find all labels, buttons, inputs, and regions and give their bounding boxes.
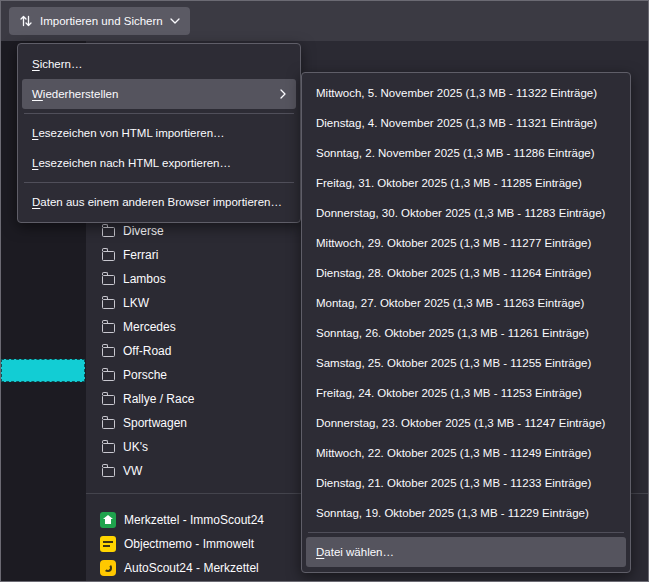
menu-separator	[24, 113, 294, 114]
folder-icon	[102, 251, 115, 261]
restore-backup-item[interactable]: Donnerstag, 30. Oktober 2025 (1,3 MB - 1…	[306, 198, 626, 228]
backup-entry-label: Mittwoch, 22. Oktober 2025 (1,3 MB - 112…	[316, 447, 591, 459]
menu-item-label: Sichern…	[32, 58, 83, 70]
menu-item-choose-file[interactable]: Datei wählen…	[306, 537, 626, 567]
import-backup-button-label: Importieren und Sichern	[40, 15, 163, 27]
import-backup-button[interactable]: Importieren und Sichern	[9, 7, 190, 35]
bookmark-label: Objectmemo - Immowelt	[124, 537, 254, 551]
restore-backup-item[interactable]: Dienstag, 21. Oktober 2025 (1,3 MB - 112…	[306, 468, 626, 498]
menu-separator	[24, 182, 294, 183]
bookmark-label: Merkzettel - ImmoScout24	[124, 513, 264, 527]
backup-entry-label: Samstag, 25. Oktober 2025 (1,3 MB - 1125…	[316, 357, 591, 369]
menu-separator	[308, 532, 624, 533]
menu-item-import-html[interactable]: Lesezeichen von HTML importieren…	[22, 118, 296, 148]
label-text: ichern…	[40, 58, 83, 70]
folder-label: Rallye / Race	[123, 392, 194, 406]
label-text: iederherstellen	[43, 88, 118, 100]
backup-entry-label: Sonntag, 19. Oktober 2025 (1,3 MB - 1122…	[316, 507, 589, 519]
menu-item-backup[interactable]: Sichern…	[22, 49, 296, 79]
menu-item-label: Lesezeichen nach HTML exportieren…	[32, 157, 231, 169]
restore-submenu: Mittwoch, 5. November 2025 (1,3 MB - 113…	[301, 72, 631, 573]
restore-backup-item[interactable]: Mittwoch, 5. November 2025 (1,3 MB - 113…	[306, 78, 626, 108]
backup-entry-label: Donnerstag, 30. Oktober 2025 (1,3 MB - 1…	[316, 207, 605, 219]
folder-icon	[102, 443, 115, 453]
toolbar: Importieren und Sichern	[1, 1, 648, 42]
menu-item-label: Wiederherstellen	[32, 88, 118, 100]
library-window: Importieren und Sichern Diverse Ferrari …	[0, 0, 649, 582]
folder-label: VW	[123, 464, 142, 478]
folder-label: Ferrari	[123, 248, 158, 262]
restore-backup-item[interactable]: Mittwoch, 22. Oktober 2025 (1,3 MB - 112…	[306, 438, 626, 468]
immoscout24-favicon-icon	[100, 512, 116, 528]
folder-icon	[102, 227, 115, 237]
backup-entry-label: Mittwoch, 5. November 2025 (1,3 MB - 113…	[316, 87, 597, 99]
sidebar-selected-item-highlight[interactable]	[1, 359, 85, 382]
backup-entry-label: Freitag, 31. Oktober 2025 (1,3 MB - 1128…	[316, 177, 582, 189]
bookmark-label: AutoScout24 - Merkzettel	[124, 561, 259, 575]
restore-backup-item[interactable]: Samstag, 25. Oktober 2025 (1,3 MB - 1125…	[306, 348, 626, 378]
restore-backup-item[interactable]: Sonntag, 19. Oktober 2025 (1,3 MB - 1122…	[306, 498, 626, 528]
restore-backup-item[interactable]: Dienstag, 4. November 2025 (1,3 MB - 113…	[306, 108, 626, 138]
restore-backup-item[interactable]: Montag, 27. Oktober 2025 (1,3 MB - 11263…	[306, 288, 626, 318]
backup-entry-label: Sonntag, 26. Oktober 2025 (1,3 MB - 1126…	[316, 327, 589, 339]
import-export-icon	[19, 14, 33, 28]
backup-entry-label: Dienstag, 21. Oktober 2025 (1,3 MB - 112…	[316, 477, 591, 489]
backup-entry-label: Sonntag, 2. November 2025 (1,3 MB - 1128…	[316, 147, 595, 159]
restore-backup-item[interactable]: Donnerstag, 23. Oktober 2025 (1,3 MB - 1…	[306, 408, 626, 438]
autoscout24-favicon-icon	[100, 560, 116, 576]
chevron-right-icon	[280, 89, 286, 99]
access-key: S	[32, 58, 40, 70]
folder-icon	[102, 371, 115, 381]
folder-icon	[102, 347, 115, 357]
immowelt-favicon-icon	[100, 536, 116, 552]
menu-item-label: Daten aus einem anderen Browser importie…	[32, 196, 282, 208]
folder-label: Lambos	[123, 272, 166, 286]
folder-label: Mercedes	[123, 320, 176, 334]
folder-label: UK's	[123, 440, 148, 454]
backup-entry-label: Donnerstag, 23. Oktober 2025 (1,3 MB - 1…	[316, 417, 605, 429]
folder-label: Porsche	[123, 368, 167, 382]
backup-entry-label: Mittwoch, 29. Oktober 2025 (1,3 MB - 112…	[316, 237, 591, 249]
folder-icon	[102, 299, 115, 309]
folder-icon	[102, 275, 115, 285]
import-backup-menu: Sichern… Wiederherstellen Lesezeichen vo…	[17, 43, 301, 223]
folder-label: Off-Road	[123, 344, 171, 358]
label-text: esezeichen von HTML importieren…	[38, 127, 224, 139]
backup-entry-label: Freitag, 24. Oktober 2025 (1,3 MB - 1125…	[316, 387, 582, 399]
menu-item-export-html[interactable]: Lesezeichen nach HTML exportieren…	[22, 148, 296, 178]
folder-icon	[102, 395, 115, 405]
menu-item-label: Lesezeichen von HTML importieren…	[32, 127, 225, 139]
menu-item-restore[interactable]: Wiederherstellen	[22, 79, 296, 109]
restore-backup-item[interactable]: Freitag, 31. Oktober 2025 (1,3 MB - 1128…	[306, 168, 626, 198]
folder-label: Diverse	[123, 224, 164, 238]
label-text: aten aus einem anderen Browser importier…	[40, 196, 282, 208]
menu-item-label: Datei wählen…	[316, 546, 394, 558]
restore-backup-item[interactable]: Dienstag, 28. Oktober 2025 (1,3 MB - 112…	[306, 258, 626, 288]
backup-entry-label: Dienstag, 4. November 2025 (1,3 MB - 113…	[316, 117, 597, 129]
folder-icon	[102, 323, 115, 333]
restore-backup-item[interactable]: Sonntag, 2. November 2025 (1,3 MB - 1128…	[306, 138, 626, 168]
label-text: esezeichen nach HTML exportieren…	[38, 157, 231, 169]
menu-item-import-browser[interactable]: Daten aus einem anderen Browser importie…	[22, 187, 296, 217]
access-key: W	[32, 88, 43, 100]
backup-entry-label: Montag, 27. Oktober 2025 (1,3 MB - 11263…	[316, 297, 584, 309]
folder-label: Sportwagen	[123, 416, 187, 430]
folder-label: LKW	[123, 296, 149, 310]
chevron-down-icon	[170, 18, 180, 24]
backup-entry-label: Dienstag, 28. Oktober 2025 (1,3 MB - 112…	[316, 267, 591, 279]
folder-icon	[102, 467, 115, 477]
folder-icon	[102, 419, 115, 429]
restore-backup-item[interactable]: Freitag, 24. Oktober 2025 (1,3 MB - 1125…	[306, 378, 626, 408]
label-text: atei wählen…	[324, 546, 394, 558]
restore-backup-item[interactable]: Mittwoch, 29. Oktober 2025 (1,3 MB - 112…	[306, 228, 626, 258]
restore-backup-item[interactable]: Sonntag, 26. Oktober 2025 (1,3 MB - 1126…	[306, 318, 626, 348]
